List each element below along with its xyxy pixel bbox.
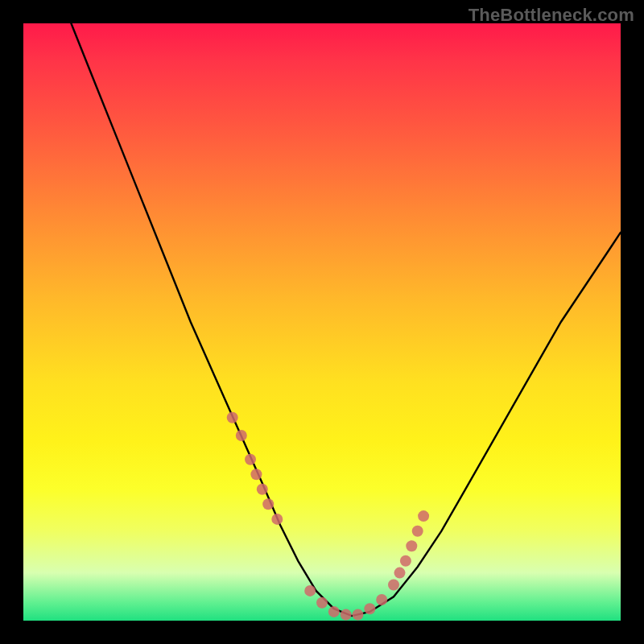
highlight-dot (304, 585, 316, 597)
highlight-dot (418, 510, 429, 522)
curve-svg (23, 23, 621, 621)
chart-frame: TheBottleneck.com (0, 0, 644, 644)
highlight-dot (412, 526, 423, 537)
highlight-dot (353, 609, 364, 621)
highlight-dot (394, 568, 406, 579)
highlight-dot (271, 514, 283, 525)
highlight-dot (236, 430, 247, 441)
highlight-dot (262, 498, 274, 510)
highlight-dot (257, 484, 268, 495)
highlight-dot (406, 540, 417, 551)
highlight-dot (227, 412, 238, 423)
highlight-dot (250, 469, 262, 480)
plot-area (23, 23, 621, 621)
highlight-dot (341, 609, 352, 621)
highlight-dot (328, 606, 340, 617)
highlight-dot (364, 603, 375, 614)
highlight-dot (388, 580, 399, 591)
highlight-dot (316, 597, 328, 609)
highlight-dot (376, 594, 387, 605)
bottleneck-curve (71, 23, 621, 616)
highlight-dot (245, 454, 256, 465)
highlight-dot (400, 555, 411, 567)
